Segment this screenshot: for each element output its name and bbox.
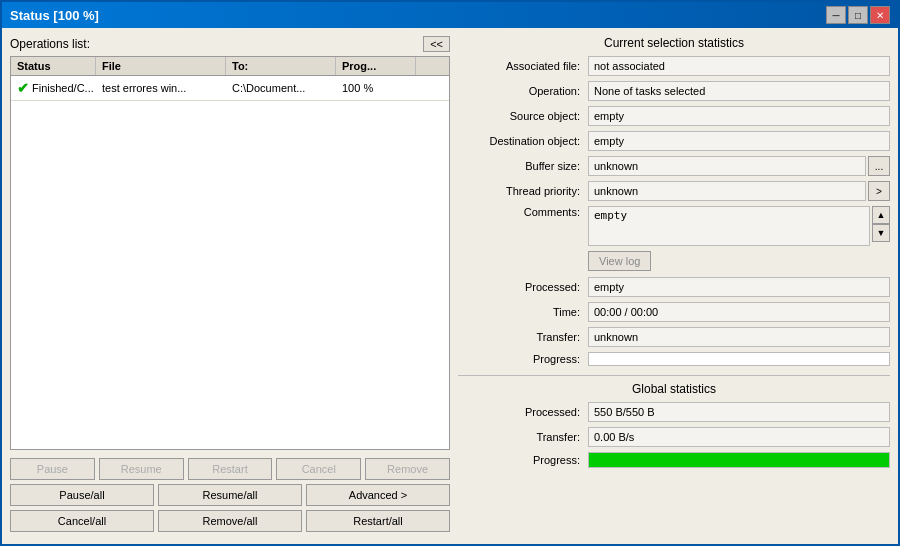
- source-label: Source object:: [458, 110, 588, 122]
- global-processed-label: Processed:: [458, 406, 588, 418]
- resume-all-button[interactable]: Resume/all: [158, 484, 302, 506]
- buffer-field-group: ...: [588, 156, 890, 176]
- associated-file-row: Associated file:: [458, 56, 890, 76]
- buffer-input: [588, 156, 866, 176]
- destination-label: Destination object:: [458, 135, 588, 147]
- row-file-cell: test errores win...: [96, 80, 226, 96]
- time-input: [588, 302, 890, 322]
- window-title: Status [100 %]: [10, 8, 99, 23]
- thread-row: Thread priority: >: [458, 181, 890, 201]
- right-panel: Current selection statistics Associated …: [458, 36, 890, 536]
- thread-label: Thread priority:: [458, 185, 588, 197]
- maximize-button[interactable]: □: [848, 6, 868, 24]
- table-header: Status File To: Prog...: [11, 57, 449, 76]
- global-progress-bar: [588, 452, 890, 468]
- source-input: [588, 106, 890, 126]
- global-processed-input: [588, 402, 890, 422]
- main-window: Status [100 %] ─ □ ✕ Operations list: <<…: [0, 0, 900, 546]
- processed-label: Processed:: [458, 281, 588, 293]
- row-to-cell: C:\Document...: [226, 80, 336, 96]
- global-progress-row: Progress:: [458, 452, 890, 468]
- thread-field-group: >: [588, 181, 890, 201]
- comments-textarea: [588, 206, 870, 246]
- associated-file-label: Associated file:: [458, 60, 588, 72]
- global-transfer-label: Transfer:: [458, 431, 588, 443]
- row-status-text: Finished/C...: [32, 82, 94, 94]
- operations-table: Status File To: Prog... ✔ Finished/C... …: [10, 56, 450, 450]
- operation-row: Operation:: [458, 81, 890, 101]
- time-label: Time:: [458, 306, 588, 318]
- cancel-button[interactable]: Cancel: [276, 458, 361, 480]
- window-controls: ─ □ ✕: [826, 6, 890, 24]
- scroll-buttons: ▲ ▼: [872, 206, 890, 246]
- destination-input: [588, 131, 890, 151]
- comments-row: Comments: ▲ ▼: [458, 206, 890, 246]
- col-header-to: To:: [226, 57, 336, 75]
- associated-file-input: [588, 56, 890, 76]
- view-log-button[interactable]: View log: [588, 251, 651, 271]
- progress-label: Progress:: [458, 353, 588, 365]
- close-button[interactable]: ✕: [870, 6, 890, 24]
- button-row-3: Cancel/all Remove/all Restart/all: [10, 510, 450, 532]
- buffer-label: Buffer size:: [458, 160, 588, 172]
- global-transfer-row: Transfer:: [458, 427, 890, 447]
- col-header-file: File: [96, 57, 226, 75]
- comments-area: ▲ ▼: [588, 206, 890, 246]
- source-row: Source object:: [458, 106, 890, 126]
- row-status-cell: ✔ Finished/C...: [11, 78, 96, 98]
- processed-row: Processed:: [458, 277, 890, 297]
- restart-all-button[interactable]: Restart/all: [306, 510, 450, 532]
- global-title: Global statistics: [458, 382, 890, 396]
- content-area: Operations list: << Status File To: Prog…: [2, 28, 898, 544]
- cancel-all-button[interactable]: Cancel/all: [10, 510, 154, 532]
- resume-button[interactable]: Resume: [99, 458, 184, 480]
- button-row-2: Pause/all Resume/all Advanced >: [10, 484, 450, 506]
- buffer-row: Buffer size: ...: [458, 156, 890, 176]
- global-progress-fill: [589, 453, 889, 467]
- buffer-btn[interactable]: ...: [868, 156, 890, 176]
- transfer-row: Transfer:: [458, 327, 890, 347]
- current-progress-bar: [588, 352, 890, 366]
- progress-row: Progress:: [458, 352, 890, 366]
- remove-button[interactable]: Remove: [365, 458, 450, 480]
- operation-input: [588, 81, 890, 101]
- transfer-label: Transfer:: [458, 331, 588, 343]
- comments-label: Comments:: [458, 206, 588, 218]
- button-row-1: Pause Resume Restart Cancel Remove: [10, 458, 450, 480]
- title-bar: Status [100 %] ─ □ ✕: [2, 2, 898, 28]
- collapse-button[interactable]: <<: [423, 36, 450, 52]
- destination-row: Destination object:: [458, 131, 890, 151]
- operation-label: Operation:: [458, 85, 588, 97]
- col-header-prog: Prog...: [336, 57, 416, 75]
- ops-header: Operations list: <<: [10, 36, 450, 52]
- thread-input: [588, 181, 866, 201]
- scroll-up-btn[interactable]: ▲: [872, 206, 890, 224]
- left-panel: Operations list: << Status File To: Prog…: [10, 36, 450, 536]
- global-processed-row: Processed:: [458, 402, 890, 422]
- transfer-input: [588, 327, 890, 347]
- time-row: Time:: [458, 302, 890, 322]
- global-progress-label: Progress:: [458, 454, 588, 466]
- table-row[interactable]: ✔ Finished/C... test errores win... C:\D…: [11, 76, 449, 101]
- divider: [458, 375, 890, 376]
- pause-button[interactable]: Pause: [10, 458, 95, 480]
- minimize-button[interactable]: ─: [826, 6, 846, 24]
- stats-title: Current selection statistics: [458, 36, 890, 50]
- advanced-button[interactable]: Advanced >: [306, 484, 450, 506]
- pause-all-button[interactable]: Pause/all: [10, 484, 154, 506]
- thread-btn[interactable]: >: [868, 181, 890, 201]
- scroll-down-btn[interactable]: ▼: [872, 224, 890, 242]
- remove-all-button[interactable]: Remove/all: [158, 510, 302, 532]
- restart-button[interactable]: Restart: [188, 458, 273, 480]
- processed-input: [588, 277, 890, 297]
- ops-label: Operations list:: [10, 37, 90, 51]
- row-prog-cell: 100 %: [336, 80, 416, 96]
- global-transfer-input: [588, 427, 890, 447]
- col-header-status: Status: [11, 57, 96, 75]
- checkmark-icon: ✔: [17, 80, 29, 96]
